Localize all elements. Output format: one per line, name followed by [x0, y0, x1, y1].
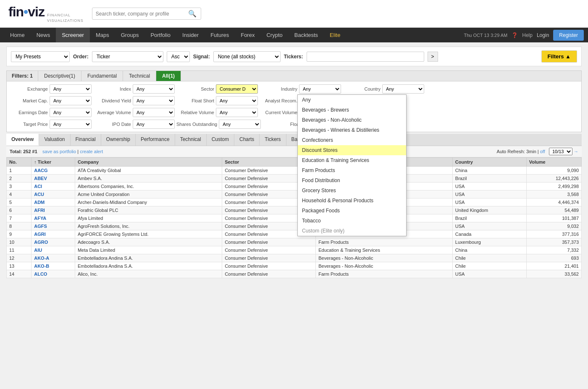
date-select[interactable]: 10/13 [549, 148, 572, 155]
industry-option-confectioners[interactable]: Confectioners [298, 135, 406, 145]
industry-option-food-dist[interactable]: Food Distribution [298, 175, 406, 185]
col-no[interactable]: No. [7, 158, 32, 167]
industry-option-education[interactable]: Education & Training Services [298, 155, 406, 165]
off-link[interactable]: off [540, 149, 545, 154]
cell-ticker[interactable]: AGFS [32, 222, 75, 230]
industry-option-nonalc[interactable]: Beverages - Non-Alcoholic [298, 115, 406, 125]
industry-option-farm[interactable]: Farm Products [298, 165, 406, 175]
cell-ticker[interactable]: AKO-B [32, 262, 75, 270]
industry-option-discount[interactable]: Discount Stores [298, 145, 406, 155]
nav-backtests[interactable]: Backtests [289, 28, 324, 42]
col-ticker[interactable]: ↑ Ticker [32, 158, 75, 167]
tab-tickers[interactable]: Tickers [260, 134, 286, 146]
nav-crypto[interactable]: Crypto [260, 28, 288, 42]
cell-ticker[interactable]: ALCO [32, 270, 75, 278]
tab-custom[interactable]: Custom [207, 134, 234, 146]
country-select[interactable]: Any [382, 84, 424, 94]
shares-select[interactable]: Any [219, 120, 261, 129]
nav-login[interactable]: Login [537, 32, 549, 38]
tab-charts[interactable]: Charts [234, 134, 260, 146]
industry-option-custom[interactable]: Custom (Elite only) [298, 226, 406, 236]
cell-ticker[interactable]: AACG [32, 167, 75, 175]
cell-ticker[interactable]: ADM [32, 198, 75, 206]
tab-ownership[interactable]: Ownership [101, 134, 136, 146]
table-row: 12 AKO-A Embotelladora Andina S.A. Consu… [7, 254, 582, 262]
floatshort-select[interactable]: Any [216, 96, 258, 105]
cell-sector: Consumer Defensive [222, 246, 316, 254]
col-volume[interactable]: Volume [526, 158, 581, 167]
divyield-select[interactable]: Any [133, 96, 175, 105]
tab-fundamental[interactable]: Fundamental [81, 71, 123, 81]
cell-ticker[interactable]: AFYA [32, 214, 75, 222]
cell-ticker[interactable]: AIU [32, 246, 75, 254]
nav-elite[interactable]: Elite [324, 28, 346, 42]
signal-select[interactable]: None (all stocks) [213, 51, 281, 62]
industry-option-packaged[interactable]: Packaged Foods [298, 206, 406, 216]
nav-futures[interactable]: Futures [205, 28, 235, 42]
nav-maps[interactable]: Maps [90, 28, 115, 42]
cell-volume: 4,446,374 [526, 198, 581, 206]
index-select[interactable]: Any [133, 84, 175, 94]
cell-country: USA [452, 198, 526, 206]
tab-technical[interactable]: Technical [175, 134, 207, 146]
col-company[interactable]: Company [75, 158, 222, 167]
tab-technical[interactable]: Technical [123, 71, 156, 81]
tickers-input[interactable] [307, 52, 424, 62]
filters-button[interactable]: Filters ▲ [541, 50, 578, 63]
tickers-go-button[interactable]: > [428, 52, 438, 62]
nav-home[interactable]: Home [4, 28, 31, 42]
ipo-select[interactable]: Any [133, 120, 175, 129]
tab-financial[interactable]: Financial [71, 134, 101, 146]
nav-help[interactable]: Help [522, 32, 533, 38]
avgvol-select[interactable]: Any [133, 108, 175, 117]
nav-portfolio[interactable]: Portfolio [144, 28, 176, 42]
search-input[interactable] [96, 11, 188, 17]
industry-option-brewers[interactable]: Beverages - Brewers [298, 105, 406, 115]
cell-ticker[interactable]: ABEV [32, 175, 75, 183]
filter-earnings: Earnings Date Any [10, 108, 92, 117]
exchange-select[interactable]: Any [50, 84, 92, 94]
col-country[interactable]: Country [452, 158, 526, 167]
relvol-select[interactable]: Any [216, 108, 258, 117]
cell-ticker[interactable]: AGRO [32, 238, 75, 246]
cell-ticker[interactable]: AKO-A [32, 254, 75, 262]
order-label: Order: [73, 54, 89, 60]
create-alert-link[interactable]: create alert [80, 149, 103, 154]
sector-select[interactable]: Consumer D [216, 84, 258, 94]
nav-groups[interactable]: Groups [115, 28, 145, 42]
nav-screener[interactable]: Screener [56, 28, 90, 42]
cell-ticker[interactable]: AFRI [32, 206, 75, 214]
tab-descriptive[interactable]: Descriptive(1) [38, 71, 81, 81]
nav-news[interactable]: News [31, 28, 56, 42]
mktcap-select[interactable]: Any [50, 96, 92, 105]
industry-option-tobacco[interactable]: Tobacco [298, 216, 406, 226]
industry-option-household[interactable]: Household & Personal Products [298, 196, 406, 206]
cell-no: 6 [7, 206, 32, 214]
cell-ticker[interactable]: ACU [32, 191, 75, 198]
industry-option-grocery[interactable]: Grocery Stores [298, 185, 406, 196]
filter-index: Index Any [93, 84, 175, 94]
asc-select[interactable]: Asc [167, 51, 190, 62]
tab-performance[interactable]: Performance [136, 134, 175, 146]
presets-select[interactable]: My Presets [11, 51, 70, 62]
cell-no: 7 [7, 214, 32, 222]
tab-valuation[interactable]: Valuation [39, 134, 70, 146]
cell-ticker[interactable]: AGRI [32, 230, 75, 238]
industry-select[interactable]: Any [299, 84, 341, 94]
order-select[interactable]: Ticker [92, 51, 163, 62]
nav-forex[interactable]: Forex [235, 28, 260, 42]
industry-option-wineries[interactable]: Beverages - Wineries & Distilleries [298, 125, 406, 135]
target-select[interactable]: Any [50, 120, 92, 129]
save-portfolio-link[interactable]: save as portfolio [42, 149, 76, 154]
tab-all[interactable]: All(1) [156, 71, 181, 81]
tab-overview[interactable]: Overview [6, 134, 39, 146]
cell-country: USA [452, 222, 526, 230]
industry-option-any[interactable]: Any [298, 95, 406, 105]
earnings-select[interactable]: Any [50, 108, 92, 117]
search-icon[interactable]: 🔍 [188, 10, 197, 18]
nav-insider[interactable]: Insider [176, 28, 205, 42]
cell-ticker[interactable]: ACI [32, 183, 75, 191]
table-row: 3 ACI Albertsons Companies, Inc. Consume… [7, 183, 582, 191]
nav-register[interactable]: Register [553, 30, 584, 41]
cell-no: 10 [7, 238, 32, 246]
